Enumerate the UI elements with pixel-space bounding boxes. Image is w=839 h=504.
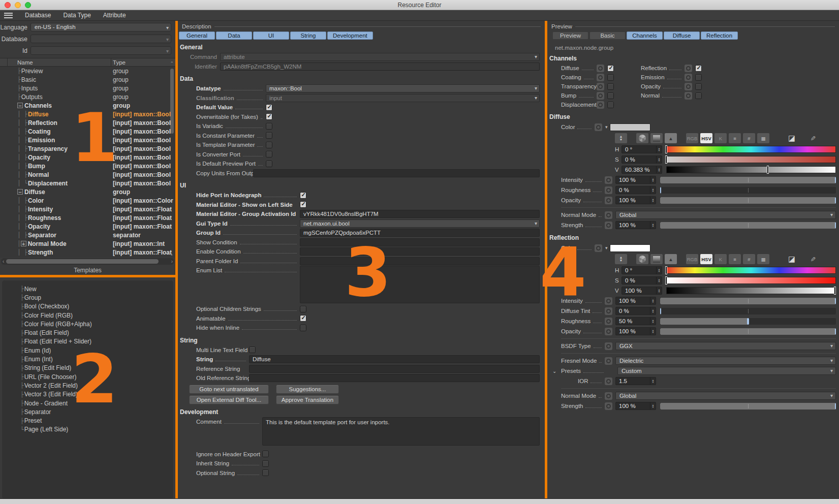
- roughness-field[interactable]: 0 %▲▼: [615, 186, 656, 194]
- port-circle-icon[interactable]: [605, 197, 612, 204]
- inherit-string-checkbox[interactable]: [262, 460, 269, 467]
- opacity-field[interactable]: 100 %▲▼: [615, 196, 656, 204]
- normal-mode-select[interactable]: Global▾: [615, 211, 836, 219]
- opacity-slider[interactable]: [660, 328, 836, 335]
- open-external-diff-button[interactable]: Open External Diff Tool...: [189, 395, 269, 404]
- multiline-checkbox[interactable]: [249, 346, 256, 353]
- is-constant-checkbox[interactable]: [266, 132, 272, 139]
- mixer-mode-icon[interactable]: ≡: [729, 254, 741, 264]
- port-circle-icon[interactable]: [685, 83, 692, 90]
- eyedropper-icon[interactable]: ✎: [807, 254, 819, 264]
- stepper-icon[interactable]: ▲▼: [650, 297, 656, 304]
- menu-database[interactable]: Database: [25, 12, 51, 19]
- intensity-field[interactable]: 100 %▲▼: [615, 297, 656, 305]
- opacity-field[interactable]: 100 %▲▼: [615, 327, 656, 335]
- port-circle-icon[interactable]: [605, 357, 612, 365]
- stepper-icon[interactable]: ▲▼: [656, 287, 662, 294]
- expander-icon[interactable]: +: [21, 241, 26, 246]
- color-wheel-icon[interactable]: [636, 254, 648, 264]
- slider-thumb[interactable]: [835, 222, 836, 229]
- slider-thumb[interactable]: [835, 197, 836, 204]
- diffuse-sat-gradient[interactable]: [666, 156, 836, 163]
- diffuse-tint-field[interactable]: 0 %▲▼: [615, 307, 656, 315]
- reflection-sat-gradient[interactable]: [666, 277, 836, 284]
- hide-inline-checkbox[interactable]: [300, 325, 306, 331]
- table-row[interactable]: ├Basic group: [0, 75, 175, 84]
- port-circle-icon[interactable]: [605, 342, 612, 350]
- list-item[interactable]: ├Group: [2, 293, 173, 302]
- identifier-field[interactable]: pAAkn8tfFpZmCB5gh_W2NM: [220, 62, 540, 71]
- approve-translation-button[interactable]: Approve Translation: [276, 395, 339, 404]
- ignore-header-checkbox[interactable]: [262, 451, 269, 457]
- close-window-icon[interactable]: [5, 2, 11, 8]
- stepper-icon[interactable]: ▲▼: [650, 222, 656, 229]
- roughness-slider[interactable]: [660, 318, 836, 325]
- enable-condition-field[interactable]: [300, 247, 540, 256]
- hex-mode-icon[interactable]: #: [743, 133, 755, 143]
- strength-field[interactable]: 100 %▲▼: [615, 221, 656, 229]
- stepper-icon[interactable]: ▲▼: [650, 197, 656, 204]
- slider-thumb[interactable]: [835, 177, 836, 183]
- hsv-mode-icon[interactable]: HSV: [700, 133, 712, 143]
- image-icon[interactable]: ▲: [665, 254, 677, 264]
- preview-tab[interactable]: Preview: [552, 32, 588, 40]
- scroll-left-icon[interactable]: ‹: [3, 259, 4, 264]
- collapse-icon[interactable]: ▲▼: [615, 254, 627, 264]
- table-row[interactable]: │ ├Separator separator: [0, 231, 175, 239]
- port-circle-icon[interactable]: [605, 328, 612, 335]
- classification-select[interactable]: input▾: [266, 94, 540, 102]
- parent-folder-field[interactable]: [300, 257, 540, 265]
- kelvin-mode-icon[interactable]: K: [714, 254, 727, 264]
- group-activation-field[interactable]: vYRkk481DV0u8nslBgHT7M: [300, 210, 540, 218]
- channel-checkbox[interactable]: [607, 74, 614, 81]
- slider-thumb[interactable]: [660, 308, 661, 314]
- eyedropper-icon[interactable]: ✎: [807, 133, 819, 143]
- datatype-select[interactable]: maxon::Bool▾: [266, 84, 540, 92]
- slider-thumb[interactable]: [835, 298, 836, 304]
- table-row[interactable]: │ ├Intensity [input] maxon::Float: [0, 205, 175, 213]
- tab-data[interactable]: Data: [216, 32, 252, 40]
- gradient-cursor[interactable]: [666, 277, 667, 284]
- table-row[interactable]: ├Inputs group: [0, 84, 175, 92]
- minimize-window-icon[interactable]: [15, 2, 21, 8]
- command-select[interactable]: attribute▾: [220, 53, 540, 61]
- image-icon[interactable]: ▲: [665, 133, 677, 143]
- slider-thumb[interactable]: [835, 403, 836, 410]
- rgb-mode-icon[interactable]: RGB: [686, 133, 698, 143]
- swatches-mode-icon[interactable]: ▦: [757, 254, 769, 264]
- reflection-sat-field[interactable]: 0 %▲▼: [622, 276, 662, 285]
- channel-checkbox[interactable]: [695, 74, 702, 81]
- presets-select[interactable]: Custom▾: [617, 367, 836, 375]
- stepper-icon[interactable]: ▲▼: [650, 402, 656, 410]
- port-circle-icon[interactable]: [605, 318, 612, 325]
- is-variadic-checkbox[interactable]: [266, 123, 272, 130]
- chevron-down-icon[interactable]: ▾: [605, 245, 608, 250]
- overwritable-checkbox[interactable]: [266, 113, 272, 120]
- list-item[interactable]: ├Color Field (RGB): [2, 311, 173, 320]
- is-template-checkbox[interactable]: [266, 142, 272, 148]
- port-circle-icon[interactable]: [605, 392, 612, 400]
- compare-colors-icon[interactable]: ◪: [786, 254, 798, 264]
- list-item[interactable]: ├Color Field (RGB+Alpha): [2, 320, 173, 328]
- roughness-slider[interactable]: [660, 187, 836, 194]
- gradient-cursor[interactable]: [666, 156, 667, 163]
- diffuse-color-swatch[interactable]: [610, 123, 650, 131]
- roughness-field[interactable]: 50 %▲▼: [615, 317, 656, 325]
- table-row[interactable]: │ ├Strength [input] maxon::Float: [0, 248, 175, 257]
- stepper-icon[interactable]: ▲▼: [650, 186, 656, 194]
- port-circle-icon[interactable]: [597, 83, 604, 90]
- port-circle-icon[interactable]: [685, 74, 692, 81]
- list-item[interactable]: ├Float (Edit Field): [2, 328, 173, 337]
- port-circle-icon[interactable]: [605, 402, 612, 410]
- reflection-hue-field[interactable]: 0 °▲▼: [622, 266, 662, 274]
- tab-string[interactable]: String: [290, 32, 326, 40]
- gradient-icon[interactable]: [650, 133, 663, 143]
- rgb-mode-icon[interactable]: RGB: [686, 254, 698, 264]
- reflection-val-gradient[interactable]: [666, 287, 836, 294]
- strength-field[interactable]: 100 %▲▼: [615, 402, 656, 410]
- intensity-slider[interactable]: [660, 177, 836, 183]
- port-circle-icon[interactable]: [595, 123, 602, 131]
- stepper-icon[interactable]: ▲▼: [650, 176, 656, 183]
- preview-tab[interactable]: Basic: [589, 32, 626, 40]
- stepper-icon[interactable]: ▲▼: [650, 377, 656, 385]
